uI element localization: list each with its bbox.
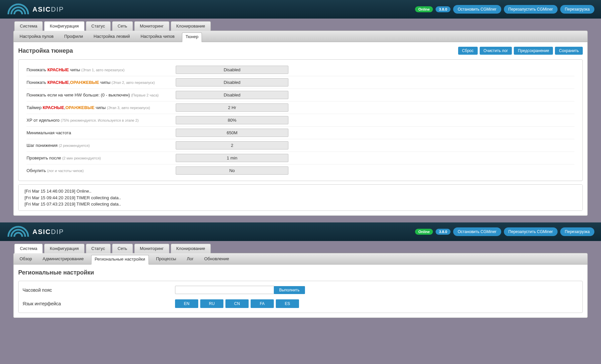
- log-line: [Fri Mar 15 07:43:23 2019] TIMER collect…: [25, 201, 576, 208]
- primary-tabs-1: Система Конфигурация Статус Сеть Монитор…: [14, 21, 588, 31]
- subtab-overview[interactable]: Обзор: [16, 255, 35, 263]
- subtab-blades[interactable]: Настройка лезвий: [90, 32, 133, 40]
- tab-cloning[interactable]: Клонирование: [171, 21, 211, 31]
- setting-row: Обнулить (лог и частоты чипов)No: [27, 164, 574, 177]
- tab-status[interactable]: Статус: [86, 244, 111, 253]
- status-badge: Online: [415, 229, 433, 235]
- stop-cgminer-button[interactable]: Остановить CGMiner: [453, 5, 501, 14]
- regional-panel: Региональные настройки Часовой пояс Выпо…: [13, 265, 588, 318]
- subtab-update[interactable]: Обновление: [201, 255, 232, 263]
- subtab-processes[interactable]: Процессы: [153, 255, 180, 263]
- setting-value-select[interactable]: Disabled: [176, 78, 288, 87]
- page-header: Региональные настройки: [18, 269, 583, 276]
- tab-network[interactable]: Сеть: [112, 21, 133, 31]
- setting-label: Проверить после (2 мин рекомендуется): [27, 155, 176, 160]
- logo-arc-icon: [7, 3, 30, 16]
- reboot-button[interactable]: Перезагрузка: [560, 5, 594, 14]
- timezone-input[interactable]: [175, 286, 274, 294]
- tab-system[interactable]: Система: [14, 244, 43, 253]
- presave-button[interactable]: Предсохранение: [514, 47, 553, 55]
- setting-value-select[interactable]: Disabled: [176, 66, 288, 74]
- setting-label: ХР от идельного (75% рекомендуется. Испо…: [27, 118, 176, 123]
- setting-label: Обнулить (лог и частоты чипов): [27, 168, 176, 173]
- lang-button-ru[interactable]: RU: [200, 299, 223, 308]
- lang-button-es[interactable]: ES: [276, 299, 299, 308]
- setting-value-select[interactable]: 80%: [176, 116, 288, 124]
- logo: ASICDIP: [7, 225, 64, 238]
- setting-row: Понижать КРАСНЫЕ чипы (Этап 1, авто пере…: [27, 64, 574, 76]
- tab-system[interactable]: Система: [14, 21, 43, 31]
- setting-row: ХР от идельного (75% рекомендуется. Испо…: [27, 114, 574, 127]
- timezone-label: Часовой пояс: [23, 287, 175, 293]
- subtab-chips[interactable]: Настройка чипов: [137, 32, 178, 40]
- tab-config[interactable]: Конфигурация: [44, 244, 84, 253]
- tab-network[interactable]: Сеть: [112, 244, 133, 253]
- sub-tabs-1: Настройка пулов Профили Настройка лезвий…: [13, 30, 588, 42]
- reset-button[interactable]: Сброс: [458, 47, 478, 55]
- save-button[interactable]: Сохранить: [555, 47, 583, 55]
- subtab-admin[interactable]: Администрирование: [39, 255, 87, 263]
- tab-monitoring[interactable]: Мониторинг: [134, 244, 169, 253]
- main-area-2: Система Конфигурация Статус Сеть Монитор…: [0, 241, 601, 325]
- sub-tabs-2: Обзор Администрирование Региональные нас…: [13, 253, 588, 265]
- settings-box: Понижать КРАСНЫЕ чипы (Этап 1, авто пере…: [18, 59, 583, 181]
- setting-row: Проверить после (2 мин рекомендуется)1 m…: [27, 152, 574, 164]
- subtab-pools[interactable]: Настройка пулов: [16, 32, 57, 40]
- language-row: Язык интерфейса ENRUCNFAES: [23, 297, 578, 311]
- clear-log-button[interactable]: Очистить лог: [480, 47, 512, 55]
- setting-row: Шаг понижения (2 рекомендуется)2: [27, 139, 574, 152]
- header-right: Online 3.8.0 Остановить CGMiner Перезапу…: [415, 5, 594, 14]
- lang-button-en[interactable]: EN: [175, 299, 198, 308]
- primary-tabs-2: Система Конфигурация Статус Сеть Монитор…: [14, 244, 588, 253]
- tab-config[interactable]: Конфигурация: [44, 21, 84, 31]
- main-area-1: Система Конфигурация Статус Сеть Монитор…: [0, 19, 601, 222]
- page-title: Региональные настройки: [18, 269, 94, 276]
- tab-status[interactable]: Статус: [86, 21, 111, 31]
- log-line: [Fri Mar 15 14:46:00 2019] Online..: [25, 188, 576, 195]
- setting-row: Понижать если на чипе HW больше: (0 - вы…: [27, 89, 574, 101]
- log-line: [Fri Mar 15 09:44:20 2019] TIMER collect…: [25, 195, 576, 201]
- setting-value-select[interactable]: 2 Hr: [176, 103, 288, 112]
- reboot-button[interactable]: Перезагрузка: [560, 227, 594, 236]
- page-actions: Сброс Очистить лог Предсохранение Сохран…: [458, 47, 583, 55]
- subtab-regional[interactable]: Региональные настройки: [91, 255, 149, 265]
- setting-row: Понижать КРАСНЫЕ,ОРАНЖЕВЫЕ чипы (Этап 2,…: [27, 76, 574, 89]
- stop-cgminer-button[interactable]: Остановить CGMiner: [453, 227, 501, 236]
- lang-button-fa[interactable]: FA: [251, 299, 274, 308]
- tab-monitoring[interactable]: Мониторинг: [134, 21, 169, 31]
- app-header-2: ASICDIP Online 3.8.0 Остановить CGMiner …: [0, 222, 601, 241]
- logo-text: ASICDIP: [32, 6, 64, 13]
- version-badge: 3.8.0: [436, 229, 450, 235]
- version-badge: 3.8.0: [436, 6, 450, 12]
- restart-cgminer-button[interactable]: Перезапустить CGMiner: [504, 5, 558, 14]
- subtab-log[interactable]: Лог: [183, 255, 197, 263]
- subtab-profiles[interactable]: Профили: [61, 32, 87, 40]
- setting-value-select[interactable]: No: [176, 166, 288, 175]
- language-label: Язык интерфейса: [23, 301, 175, 306]
- lang-button-cn[interactable]: CN: [225, 299, 249, 308]
- regional-box: Часовой пояс Выполнить Язык интерфейса E…: [18, 281, 583, 313]
- tab-cloning[interactable]: Клонирование: [171, 244, 211, 253]
- setting-value-select[interactable]: 1 min: [176, 154, 288, 162]
- setting-label: Таймер КРАСНЫЕ,ОРАНЖЕВЫЕ чипы (Этап 3, а…: [27, 105, 176, 110]
- status-badge: Online: [415, 6, 433, 12]
- logo-text: ASICDIP: [32, 228, 64, 236]
- tuner-panel: Настройка тюнера Сброс Очистить лог Пред…: [13, 42, 588, 216]
- setting-label: Минимальная частота: [27, 130, 176, 135]
- restart-cgminer-button[interactable]: Перезапустить CGMiner: [504, 227, 558, 236]
- app-header-1: ASICDIP Online 3.8.0 Остановить CGMiner …: [0, 0, 601, 19]
- log-box[interactable]: [Fri Mar 15 14:46:00 2019] Online..[Fri …: [18, 184, 583, 211]
- setting-value-select[interactable]: 650M: [176, 129, 288, 137]
- subtab-tuner[interactable]: Тюнер: [182, 32, 202, 42]
- timezone-row: Часовой пояс Выполнить: [23, 283, 578, 297]
- setting-value-select[interactable]: 2: [176, 141, 288, 150]
- setting-value-select[interactable]: Disabled: [176, 91, 288, 99]
- header-right: Online 3.8.0 Остановить CGMiner Перезапу…: [415, 227, 594, 236]
- logo-arc-icon: [7, 225, 30, 238]
- setting-row: Таймер КРАСНЫЕ,ОРАНЖЕВЫЕ чипы (Этап 3, а…: [27, 101, 574, 114]
- setting-label: Понижать если на чипе HW больше: (0 - вы…: [27, 92, 176, 97]
- setting-row: Минимальная частота650M: [27, 127, 574, 139]
- execute-button[interactable]: Выполнить: [274, 286, 305, 294]
- page-title: Настройка тюнера: [18, 47, 73, 54]
- setting-label: Понижать КРАСНЫЕ,ОРАНЖЕВЫЕ чипы (Этап 2,…: [27, 80, 176, 85]
